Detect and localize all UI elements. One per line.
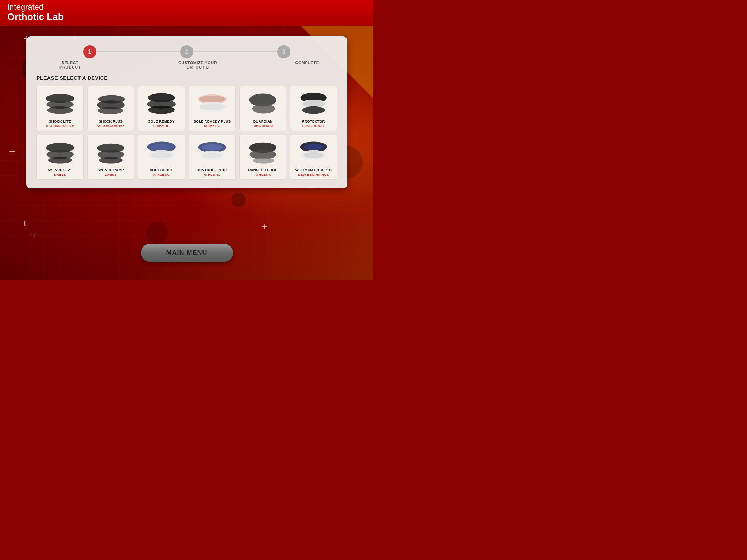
sole-remedy-name: SOLE REMEDY	[148, 119, 174, 123]
svg-point-17	[302, 101, 325, 107]
sole-remedy-plus-category: DIABETIC	[204, 124, 220, 128]
svg-point-24	[99, 157, 122, 164]
whitman-roberts-category: NEW BEGINNINGS	[298, 173, 329, 176]
soft-sport-name: SOFT SPORT	[150, 168, 173, 172]
svg-point-32	[202, 153, 222, 158]
step-1-circle: 1	[83, 45, 96, 58]
step-labels: SELECT PRODUCT CUSTOMIZE YOUR ORTHOTIC C…	[36, 61, 337, 69]
product-sole-remedy[interactable]: SOLE REMEDY DIABETIC	[138, 86, 185, 131]
protector-category: FUNCTIONAL	[302, 124, 325, 128]
step-3-circle: 3	[277, 45, 290, 58]
soft-sport-category: ATHLETIC	[153, 173, 170, 176]
control-sport-name: CONTROL SPORT	[196, 168, 228, 172]
product-avenue-flat[interactable]: AVENUE FLAT DRESS	[36, 135, 84, 179]
svg-point-37	[304, 144, 324, 150]
guardian-name: GUARDIAN	[253, 119, 273, 123]
svg-point-35	[253, 158, 274, 164]
svg-point-26	[150, 144, 173, 150]
product-guardian[interactable]: GUARDIAN FUNCTIONAL	[239, 86, 286, 131]
step-line-1	[96, 51, 180, 52]
shock-lite-category: ACCOMODATIVE	[46, 124, 74, 128]
step-2-label: CUSTOMIZE YOUR ORTHOTIC	[172, 61, 223, 69]
control-sport-image	[191, 139, 233, 165]
svg-point-21	[48, 157, 72, 164]
sole-remedy-plus-name: SOLE REMEDY PLUS	[194, 119, 231, 123]
product-shock-lite[interactable]: SHOCK LITE ACCOMODATIVE	[36, 86, 84, 131]
product-sole-remedy-plus[interactable]: SOLE REMEDY PLUS DIABETIC	[189, 86, 236, 131]
step-3-label: COMPLETE	[293, 61, 322, 65]
avenue-flat-name: AVENUE FLAT	[47, 168, 72, 172]
svg-point-28	[150, 152, 172, 159]
sole-remedy-image	[140, 90, 182, 116]
step-3[interactable]: 3	[277, 45, 290, 58]
shock-plus-category: ACCOMODATIVE	[97, 124, 125, 128]
svg-point-30	[202, 144, 223, 151]
product-runners-edge[interactable]: RUNNERS EDGE ATHLETIC	[239, 135, 286, 179]
product-whitman-roberts[interactable]: WHITMAN ROBERTS NEW BEGINNINGS	[290, 135, 337, 179]
svg-point-10	[199, 96, 225, 103]
product-control-sport[interactable]: CONTROL SPORT ATHLETIC	[189, 135, 236, 179]
app-title-line1: Integrated	[7, 3, 64, 12]
product-protector[interactable]: PROTECTOR FUNCTIONAL	[290, 86, 337, 131]
product-avenue-pump[interactable]: AVENUE PUMP DRESS	[87, 135, 134, 179]
shock-lite-image	[39, 90, 81, 116]
avenue-pump-category: DRESS	[105, 173, 117, 176]
svg-point-2	[47, 106, 73, 114]
avenue-pump-image	[90, 139, 132, 165]
guardian-category: FUNCTIONAL	[252, 124, 274, 128]
stepper: 1 2 3	[36, 45, 337, 58]
product-soft-sport[interactable]: SOFT SPORT ATHLETIC	[138, 135, 185, 179]
app-title-line2: Orthotic Lab	[7, 12, 64, 22]
runners-edge-image	[242, 139, 284, 165]
plus-decoration-4: +	[22, 217, 28, 229]
step-2[interactable]: 2	[180, 45, 193, 58]
step-line-2	[193, 51, 277, 52]
plus-decoration-5: +	[31, 228, 37, 240]
shock-plus-name: SHOCK PLUS	[99, 119, 123, 123]
main-container: 1 2 3 SELECT PRODUCT CUSTOMIZE YOUR ORTH…	[0, 26, 374, 196]
avenue-flat-category: DRESS	[54, 173, 66, 176]
svg-point-18	[302, 106, 325, 114]
sole-remedy-category: DIABETIC	[153, 124, 170, 128]
svg-point-12	[200, 104, 224, 110]
step-1[interactable]: 1	[83, 45, 96, 58]
runners-edge-category: ATHLETIC	[254, 173, 271, 176]
app-header: Integrated Orthotic Lab	[0, 0, 374, 26]
svg-point-5	[98, 107, 123, 114]
control-sport-category: ATHLETIC	[204, 173, 220, 176]
shock-lite-name: SHOCK LITE	[49, 119, 71, 123]
bottom-area: MAIN MENU	[0, 244, 374, 262]
step-1-label: SELECT PRODUCT	[52, 61, 88, 69]
avenue-pump-name: AVENUE PUMP	[97, 168, 124, 172]
content-panel: 1 2 3 SELECT PRODUCT CUSTOMIZE YOUR ORTH…	[26, 36, 347, 188]
product-grid: SHOCK LITE ACCOMODATIVE SHOCK PLUS ACCOM…	[36, 86, 337, 180]
product-shock-plus[interactable]: SHOCK PLUS ACCOMODATIVE	[87, 86, 134, 131]
svg-point-8	[148, 106, 174, 114]
svg-point-14	[252, 104, 275, 114]
main-menu-button[interactable]: MAIN MENU	[141, 244, 233, 262]
section-title: PLEASE SELECT A DEVICE	[36, 75, 337, 81]
shock-plus-image	[90, 90, 132, 116]
whitman-roberts-name: WHITMAN ROBERTS	[295, 168, 332, 172]
runners-edge-name: RUNNERS EDGE	[248, 168, 277, 172]
avenue-flat-image	[39, 139, 81, 165]
protector-image	[293, 90, 334, 116]
plus-decoration-6: +	[262, 221, 268, 233]
protector-name: PROTECTOR	[302, 119, 325, 123]
svg-point-39	[303, 152, 324, 159]
guardian-image	[242, 90, 284, 116]
step-2-circle: 2	[180, 45, 193, 58]
soft-sport-image	[140, 139, 182, 165]
sole-remedy-plus-image	[191, 90, 233, 116]
whitman-roberts-image	[293, 139, 334, 165]
